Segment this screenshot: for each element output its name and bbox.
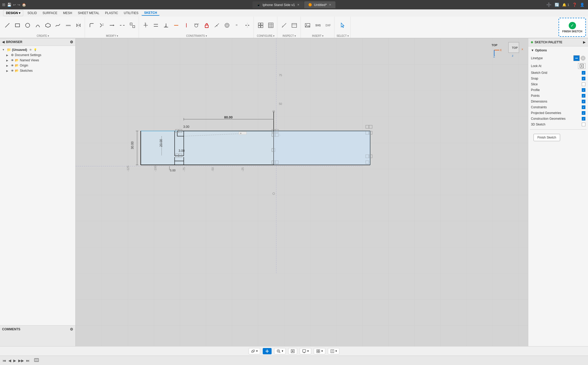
points-checkbox[interactable] <box>582 94 585 98</box>
tool-measure[interactable] <box>279 19 289 33</box>
add-tab-icon[interactable]: ➕ <box>546 2 552 7</box>
tool-perpendicular[interactable] <box>161 19 171 33</box>
construction-checkbox[interactable] <box>582 117 585 121</box>
palette-row-construction: Construction Geometries <box>531 116 585 122</box>
svg-marker-7 <box>77 24 78 27</box>
canvas[interactable]: TOP X Z <box>76 38 528 346</box>
tool-insert-dxf[interactable]: DXF <box>323 19 333 33</box>
tree-visibility-unsaved[interactable]: 👁 <box>29 48 32 51</box>
playback-first-icon[interactable]: ⏮ <box>3 358 6 363</box>
slice-checkbox[interactable] <box>582 82 585 86</box>
menu-surface[interactable]: SURFACE <box>40 11 60 15</box>
sync-icon[interactable]: 🔄 <box>555 3 559 7</box>
tab-iphone-stand[interactable]: 📱 Iphone Stand Side v1 ✕ <box>253 1 303 8</box>
tool-trim[interactable]: ✂ <box>97 19 107 33</box>
tool-arc[interactable] <box>33 19 42 33</box>
grid-display-btn[interactable]: ▾ <box>314 348 325 354</box>
snap-checkbox[interactable] <box>582 77 585 80</box>
finish-sketch-btn[interactable]: Finish Sketch <box>534 134 560 141</box>
menu-utilities[interactable]: UTILITIES <box>121 11 141 15</box>
browser-settings-icon[interactable]: ⚙ <box>70 40 73 44</box>
tool-tangent[interactable] <box>192 19 201 33</box>
tool-spline[interactable] <box>53 19 63 33</box>
menu-solid[interactable]: SOLID <box>25 11 39 15</box>
notification-count[interactable]: 🔔 1 <box>562 3 569 7</box>
tool-table[interactable] <box>266 19 275 33</box>
tool-scale[interactable] <box>128 19 137 33</box>
tool-insert-image[interactable] <box>303 19 312 33</box>
playback-prev-icon[interactable]: ◀ <box>8 358 11 363</box>
tool-rectangle[interactable] <box>13 19 22 33</box>
save-icon[interactable]: 💾 <box>7 3 11 7</box>
menu-mesh[interactable]: MESH <box>60 11 75 15</box>
design-dropdown[interactable]: DESIGN ▾ <box>3 10 23 16</box>
projected-checkbox[interactable] <box>582 111 585 115</box>
grid-icon[interactable]: ⊞ <box>2 2 5 7</box>
close-tab-1[interactable]: ✕ <box>297 3 299 7</box>
tool-coincident[interactable]: || <box>141 19 150 33</box>
tool-mirror[interactable] <box>74 19 83 33</box>
menu-sheet-metal[interactable]: SHEET METAL <box>75 11 102 15</box>
undo-icon[interactable]: ↩ <box>13 3 16 7</box>
user-avatar[interactable]: 👤 <box>580 3 584 7</box>
timeline-icon[interactable] <box>34 357 39 363</box>
palette-expand-icon[interactable]: ▶ <box>583 40 585 44</box>
close-tab-2[interactable]: ✕ <box>329 3 331 7</box>
menu-sketch[interactable]: SKETCH <box>142 10 160 16</box>
tool-parallel[interactable] <box>151 19 161 33</box>
units-btn[interactable]: ▾ <box>328 348 339 354</box>
tool-select[interactable] <box>338 19 347 33</box>
orbit-btn[interactable]: ▾ <box>249 348 260 354</box>
menu-plastic[interactable]: PLASTIC <box>102 11 121 15</box>
svg-rect-153 <box>318 351 320 353</box>
svg-text:=: = <box>236 23 238 27</box>
tool-configure[interactable] <box>256 19 265 33</box>
look-at-btn[interactable] <box>578 63 585 69</box>
tool-break[interactable] <box>118 19 127 33</box>
redo-icon[interactable]: ↪ <box>17 3 20 7</box>
display-btn[interactable]: ▾ <box>300 348 311 354</box>
sketch-grid-checkbox[interactable] <box>582 71 585 75</box>
home-icon[interactable]: 🏠 <box>22 3 26 7</box>
finish-sketch-ribbon-btn[interactable]: ✓ FINISH SKETCH <box>559 18 586 37</box>
playback-play-icon[interactable]: ▶ <box>13 358 16 363</box>
browser-collapse-icon[interactable]: ◀ <box>2 40 4 44</box>
tree-doc-settings[interactable]: ▶ ⚙ Document Settings <box>0 52 75 58</box>
tool-equal[interactable]: = <box>232 19 242 33</box>
3d-sketch-checkbox[interactable] <box>582 123 585 126</box>
tool-inspect-table[interactable] <box>290 19 299 33</box>
tool-circle[interactable] <box>23 19 32 33</box>
tool-offset[interactable] <box>64 19 73 33</box>
pan-btn[interactable] <box>263 348 272 354</box>
playback-last-icon[interactable]: ⏭ <box>26 358 30 363</box>
tree-origin[interactable]: ▶ 👁 📂 Origin <box>0 63 75 68</box>
tab-iphone-label: Iphone Stand Side v1 <box>262 3 295 7</box>
tool-extend[interactable] <box>107 19 117 33</box>
dimensions-checkbox[interactable] <box>582 100 585 103</box>
help-icon[interactable]: ❓ <box>572 3 577 7</box>
palette-options-header[interactable]: ▼ Options <box>531 49 585 52</box>
tool-symmetry[interactable] <box>243 19 252 33</box>
zoom-btn[interactable]: ▾ <box>274 348 286 354</box>
tool-vertical[interactable] <box>182 19 191 33</box>
tool-lock[interactable] <box>202 19 211 33</box>
profile-checkbox[interactable] <box>582 88 585 92</box>
tree-sketches[interactable]: ▶ 👁 📂 Sketches <box>0 68 75 73</box>
tool-polygon[interactable] <box>43 19 53 33</box>
tool-line[interactable] <box>3 19 12 33</box>
constraints-checkbox[interactable] <box>582 105 585 109</box>
tree-named-views[interactable]: ▶ 👁 📂 Named Views <box>0 58 75 63</box>
tool-concentric[interactable] <box>222 19 232 33</box>
tree-unsaved[interactable]: ▼ 📁 (Unsaved) 👁 💡 <box>0 47 75 52</box>
tool-fillet[interactable] <box>87 19 96 33</box>
linetype-solid-btn[interactable] <box>573 55 580 61</box>
playback-next-icon[interactable]: ▶▶ <box>18 358 24 363</box>
tool-insert-svg[interactable]: SVG <box>313 19 322 33</box>
tool-midpoint[interactable] <box>212 19 222 33</box>
tree-light-unsaved[interactable]: 💡 <box>34 48 37 51</box>
linetype-toggle-btn[interactable] <box>581 56 585 61</box>
tool-horizontal[interactable] <box>172 19 181 33</box>
tab-untitled[interactable]: 🟠 Untitled* ✕ <box>304 1 335 8</box>
comments-add-icon[interactable]: ⚙ <box>70 327 73 331</box>
fit-view-btn[interactable] <box>288 348 297 354</box>
